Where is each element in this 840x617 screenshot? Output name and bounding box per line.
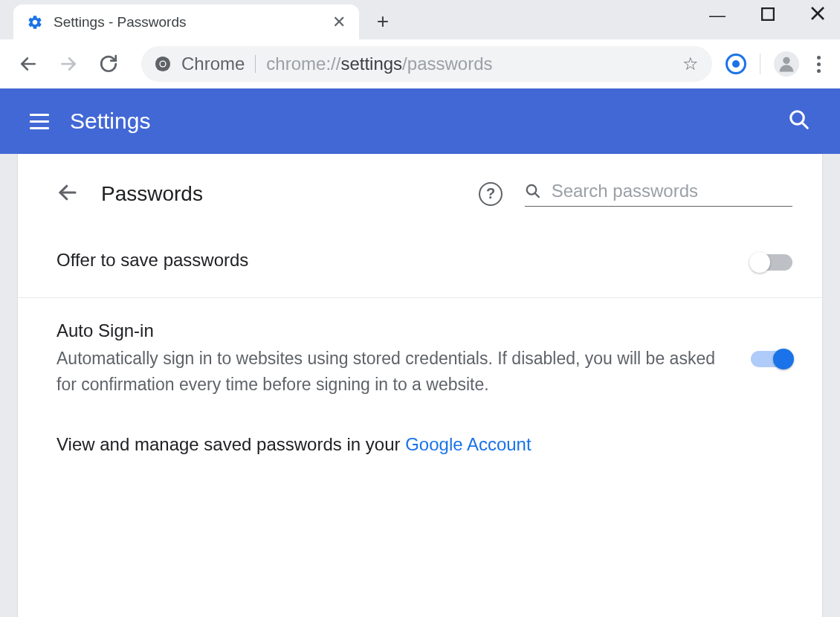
omnibox-url: chrome://settings/passwords — [266, 54, 672, 74]
setting-description: Automatically sign in to websites using … — [56, 346, 733, 397]
auto-signin-toggle[interactable] — [751, 351, 792, 367]
svg-rect-0 — [762, 8, 774, 20]
manage-link-row: View and manage saved passwords in your … — [18, 419, 822, 477]
browser-tab-strip: Settings - Passwords ✕ + — — [0, 0, 840, 39]
reload-button[interactable] — [95, 51, 122, 77]
toggle-knob — [749, 252, 770, 273]
new-tab-button[interactable]: + — [368, 7, 398, 36]
divider — [760, 54, 760, 74]
window-controls: — — [709, 6, 825, 25]
close-window-button[interactable] — [810, 6, 825, 25]
menu-button[interactable] — [30, 114, 49, 129]
browser-menu-button[interactable] — [812, 51, 825, 77]
browser-toolbar: Chrome chrome://settings/passwords ☆ — [0, 39, 840, 88]
forward-button[interactable] — [55, 51, 82, 77]
setting-auto-signin: Auto Sign-in Automatically sign in to we… — [18, 298, 822, 419]
browser-tab[interactable]: Settings - Passwords ✕ — [13, 4, 359, 39]
profile-avatar[interactable] — [774, 51, 799, 77]
manage-text: View and manage saved passwords in your — [56, 434, 405, 454]
close-tab-button[interactable]: ✕ — [332, 13, 346, 32]
settings-header: Settings — [0, 88, 840, 154]
page-header: Passwords ? — [18, 154, 822, 227]
extension-icon[interactable] — [726, 54, 746, 74]
settings-search-button[interactable] — [788, 109, 810, 134]
help-icon[interactable]: ? — [479, 182, 503, 206]
bookmark-star-icon[interactable]: ☆ — [682, 54, 699, 74]
app-title: Settings — [70, 109, 150, 134]
chrome-icon — [155, 56, 171, 72]
svg-line-13 — [535, 193, 539, 197]
maximize-button[interactable] — [761, 6, 775, 25]
svg-point-7 — [161, 62, 165, 66]
setting-title: Offer to save passwords — [56, 250, 733, 271]
password-search-box[interactable] — [525, 181, 792, 207]
offer-save-toggle[interactable] — [751, 254, 792, 271]
omnibox-label: Chrome — [181, 54, 245, 74]
search-icon — [525, 182, 541, 200]
password-search-input[interactable] — [552, 181, 792, 201]
page-title: Passwords — [101, 182, 456, 206]
minimize-button[interactable]: — — [709, 6, 726, 25]
setting-title: Auto Sign-in — [56, 320, 733, 341]
settings-content: Passwords ? Offer to save passwords Auto… — [18, 154, 822, 617]
setting-offer-save-passwords: Offer to save passwords — [18, 227, 822, 298]
address-bar[interactable]: Chrome chrome://settings/passwords ☆ — [141, 46, 712, 82]
back-button[interactable] — [15, 51, 42, 77]
divider — [255, 55, 256, 73]
tab-title: Settings - Passwords — [54, 14, 322, 30]
svg-point-8 — [783, 57, 789, 64]
gear-icon — [27, 14, 43, 30]
back-arrow-button[interactable] — [56, 181, 79, 207]
svg-line-10 — [802, 123, 808, 129]
google-account-link[interactable]: Google Account — [405, 434, 531, 454]
toggle-knob — [773, 349, 794, 369]
